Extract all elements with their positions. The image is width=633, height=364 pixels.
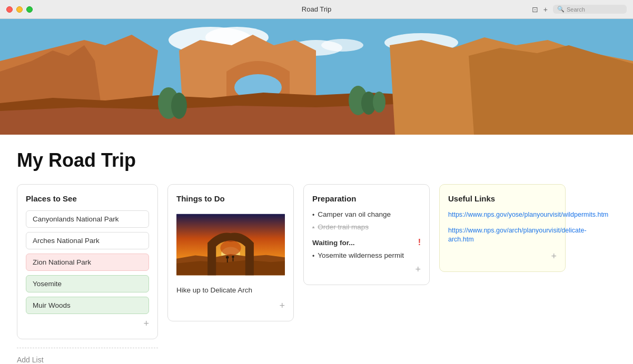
svg-rect-27 <box>227 259 228 262</box>
minimize-button[interactable] <box>16 6 23 13</box>
add-list-button[interactable]: Add List <box>17 353 158 364</box>
add-list-divider <box>17 348 158 348</box>
links-add-button[interactable]: + <box>448 251 557 262</box>
places-card-title: Places to See <box>26 194 149 203</box>
traffic-lights <box>6 6 33 13</box>
place-item-canyonlands[interactable]: Canyonlands National Park <box>26 210 149 228</box>
boards-row: Places to See Canyonlands National Park … <box>17 184 616 339</box>
add-list-area: Add List <box>17 348 158 364</box>
waiting-title-text: Waiting for... <box>312 239 355 247</box>
search-icon: 🔍 <box>557 6 565 13</box>
svg-point-19 <box>373 92 385 113</box>
place-item-muirwoods[interactable]: Muir Woods <box>26 297 149 314</box>
prep-item-label-0: Camper van oil change <box>318 210 391 218</box>
links-card: Useful Links https://www.nps.gov/yose/pl… <box>439 184 566 272</box>
todo-add-button[interactable]: + <box>176 300 285 311</box>
warning-icon: ! <box>418 238 421 247</box>
prep-item-0[interactable]: • Camper van oil change <box>312 210 421 219</box>
svg-point-28 <box>232 256 234 258</box>
prep-add-button[interactable]: + <box>312 264 421 275</box>
close-button[interactable] <box>6 6 13 13</box>
svg-point-16 <box>171 93 187 119</box>
svg-point-26 <box>226 256 229 258</box>
maximize-button[interactable] <box>26 6 33 13</box>
links-card-title: Useful Links <box>448 194 557 203</box>
new-note-icon[interactable]: ⊡ <box>532 5 538 14</box>
bullet-icon-2: • <box>312 252 314 260</box>
todo-card: Things to Do <box>167 184 294 321</box>
prep-item-label-1: Order trail maps <box>318 223 369 231</box>
titlebar-actions: ⊡ + 🔍 Search <box>532 5 627 14</box>
svg-marker-24 <box>176 260 285 276</box>
search-bar[interactable]: 🔍 Search <box>553 5 627 14</box>
places-card: Places to See Canyonlands National Park … <box>17 184 158 339</box>
bullet-icon: • <box>312 211 314 219</box>
page-title: My Road Trip <box>17 149 616 171</box>
search-placeholder: Search <box>567 6 585 13</box>
prep-waiting-item-0[interactable]: • Yosemite wilderness permit <box>312 251 421 260</box>
todo-image[interactable] <box>176 210 285 279</box>
prep-item-1[interactable]: • Order trail maps <box>312 223 421 231</box>
prep-card-title: Preparation <box>312 194 421 203</box>
svg-point-4 <box>321 39 363 52</box>
prep-card: Preparation • Camper van oil change • Or… <box>303 184 430 285</box>
window-title: Road Trip <box>302 5 331 13</box>
todo-card-title: Things to Do <box>176 194 285 203</box>
titlebar: Road Trip ⊡ + 🔍 Search <box>0 0 633 19</box>
add-icon[interactable]: + <box>543 5 548 14</box>
waiting-section-title: Waiting for... ! <box>312 238 421 247</box>
main-content: My Road Trip Places to See Canyonlands N… <box>0 135 633 364</box>
svg-marker-14 <box>469 45 633 135</box>
hero-image <box>0 19 633 135</box>
bullet-icon-1: • <box>312 224 314 231</box>
svg-rect-29 <box>233 258 234 261</box>
prep-waiting-label-0: Yosemite wilderness permit <box>318 251 404 259</box>
places-add-button[interactable]: + <box>26 318 149 329</box>
svg-point-25 <box>220 240 241 256</box>
link-item-0[interactable]: https://www.nps.gov/yose/planyourvisit/w… <box>448 210 557 220</box>
place-item-zion[interactable]: Zion National Park <box>26 254 149 271</box>
todo-item-label[interactable]: Hike up to Delicate Arch <box>176 284 285 296</box>
link-item-1[interactable]: https://www.nps.gov/arch/planyourvisit/d… <box>448 226 557 245</box>
place-item-arches[interactable]: Arches National Park <box>26 232 149 249</box>
place-item-yosemite[interactable]: Yosemite <box>26 275 149 292</box>
